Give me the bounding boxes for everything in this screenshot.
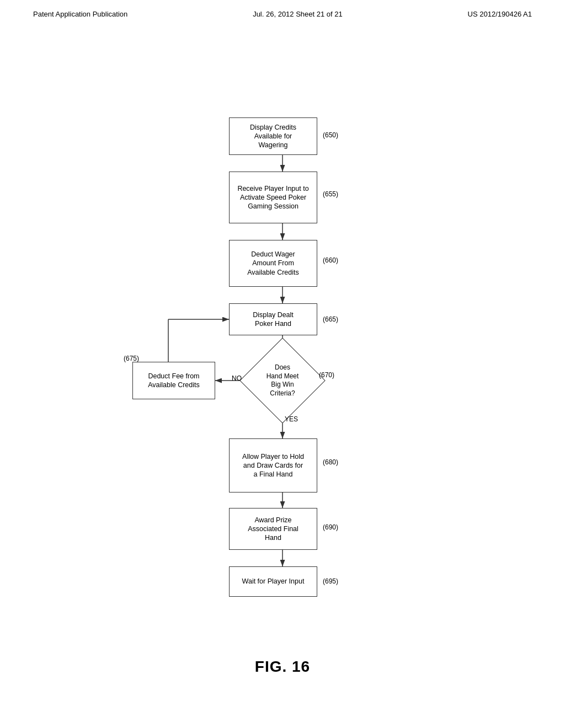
node-695: Wait for Player Input (229, 566, 317, 597)
node-690: Award Prize Associated Final Hand (229, 508, 317, 550)
header-left: Patent Application Publication (33, 10, 127, 18)
ref-660: (660) (323, 256, 338, 264)
ref-675: (675) (124, 355, 139, 362)
node-680: Allow Player to Hold and Draw Cards for … (229, 438, 317, 493)
page-header: Patent Application Publication Jul. 26, … (0, 0, 565, 24)
label-yes: YES (285, 415, 298, 423)
flowchart-diagram: Display Credits Available for Wagering (… (0, 29, 565, 647)
ref-670: (670) (319, 371, 334, 379)
label-no: NO (232, 374, 242, 382)
node-650: Display Credits Available for Wagering (229, 117, 317, 155)
node-670: Does Hand Meet Big Win Criteria? (251, 350, 314, 411)
ref-680: (680) (323, 458, 338, 466)
node-655: Receive Player Input to Activate Speed P… (229, 172, 317, 223)
ref-655: (655) (323, 190, 338, 198)
header-right: US 2012/190426 A1 (468, 10, 532, 18)
node-675: Deduct Fee from Available Credits (132, 362, 215, 399)
ref-665: (665) (323, 315, 338, 323)
ref-650: (650) (323, 131, 338, 139)
node-660: Deduct Wager Amount From Available Credi… (229, 240, 317, 287)
ref-695: (695) (323, 577, 338, 585)
header-center: Jul. 26, 2012 Sheet 21 of 21 (253, 10, 343, 18)
ref-690: (690) (323, 523, 338, 531)
node-665: Display Dealt Poker Hand (229, 303, 317, 335)
figure-caption: FIG. 16 (0, 658, 565, 676)
